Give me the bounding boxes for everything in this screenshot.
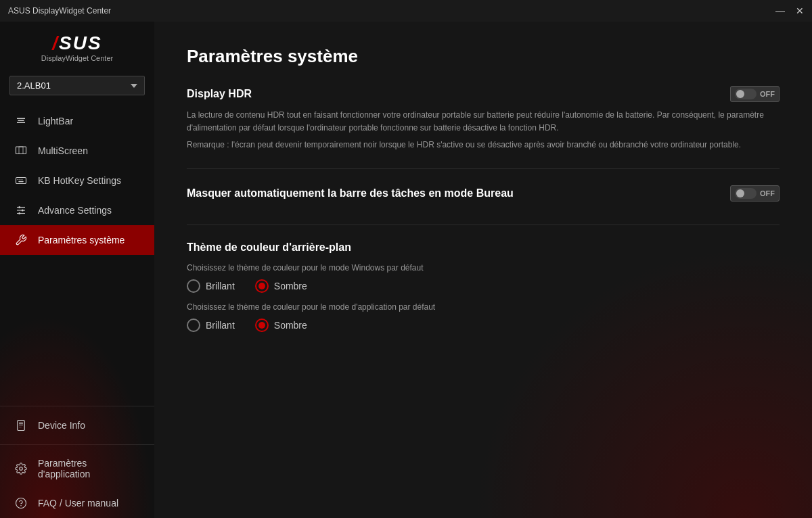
- display-hdr-title: Display HDR: [187, 88, 252, 100]
- titlebar: ASUS DisplayWidget Center — ✕: [0, 0, 812, 22]
- wrench-icon: [14, 234, 28, 246]
- background-theme-section: Thème de couleur d'arrière-plan Choisiss…: [187, 241, 780, 348]
- app-container: /SUS DisplayWidget Center 2.ALB01 LightB…: [0, 22, 812, 518]
- app-title: ASUS DisplayWidget Center: [8, 6, 111, 16]
- toggle-label: OFF: [760, 90, 775, 98]
- app-settings-label: Paramètres d'application: [38, 458, 141, 479]
- multiscreen-icon: [14, 145, 28, 157]
- sidebar-item-device-info[interactable]: Device Info: [0, 410, 154, 440]
- lightbar-icon: [14, 115, 28, 127]
- device-icon: [14, 419, 28, 431]
- sidebar-item-lightbar[interactable]: LightBar: [0, 106, 154, 136]
- app-brillant-label: Brillant: [206, 320, 235, 331]
- svg-point-10: [18, 206, 20, 208]
- minimize-button[interactable]: —: [775, 5, 785, 16]
- svg-point-17: [20, 467, 23, 471]
- app-brillant-radio[interactable]: [187, 319, 200, 332]
- advance-settings-label: Advance Settings: [38, 205, 112, 216]
- windows-sombre-inner: [258, 283, 265, 289]
- windows-sombre-label: Sombre: [274, 281, 307, 291]
- sidebar-logo: /SUS DisplayWidget Center: [0, 22, 154, 69]
- brand-subtitle: DisplayWidget Center: [41, 54, 113, 62]
- windows-brillant-radio[interactable]: [187, 279, 200, 293]
- svg-rect-1: [19, 147, 23, 154]
- svg-rect-2: [16, 178, 26, 184]
- sidebar-item-app-settings[interactable]: Paramètres d'application: [0, 449, 154, 488]
- display-hdr-desc2: Remarque : l'écran peut devenir temporai…: [187, 139, 769, 151]
- windows-brillant-option[interactable]: Brillant: [187, 279, 235, 293]
- svg-point-11: [22, 210, 24, 212]
- window-controls: — ✕: [775, 5, 804, 16]
- taskbar-title: Masquer automatiquement la barre des tâc…: [187, 187, 514, 199]
- toggle-track-2: [735, 188, 757, 199]
- close-button[interactable]: ✕: [796, 5, 804, 16]
- svg-rect-16: [19, 427, 22, 427]
- faq-label: FAQ / User manual: [38, 498, 118, 509]
- app-brillant-option[interactable]: Brillant: [187, 319, 235, 332]
- toggle-thumb-2: [736, 189, 744, 197]
- page-title: Paramètres système: [187, 46, 780, 67]
- device-info-label: Device Info: [38, 420, 85, 431]
- sidebar-item-kb-hotkey[interactable]: KB HotKey Settings: [0, 166, 154, 195]
- windows-theme-block: Choisissez le thème de couleur pour le m…: [187, 263, 780, 293]
- device-selector[interactable]: 2.ALB01: [9, 76, 145, 95]
- display-hdr-section: Display HDR OFF La lecture de contenu HD…: [187, 86, 780, 169]
- toggle-thumb: [736, 90, 744, 98]
- app-theme-label: Choisissez le thème de couleur pour le m…: [187, 302, 780, 312]
- app-sombre-radio[interactable]: [255, 319, 269, 332]
- kb-hotkey-label: KB HotKey Settings: [38, 175, 121, 186]
- svg-point-12: [18, 212, 20, 214]
- svg-rect-15: [19, 425, 23, 426]
- background-theme-title: Thème de couleur d'arrière-plan: [187, 241, 351, 253]
- sidebar: /SUS DisplayWidget Center 2.ALB01 LightB…: [0, 22, 154, 518]
- taskbar-section: Masquer automatiquement la barre des tâc…: [187, 185, 780, 225]
- display-hdr-header: Display HDR OFF: [187, 86, 780, 102]
- app-sombre-inner: [258, 322, 265, 329]
- toggle-label-2: OFF: [760, 189, 775, 197]
- sidebar-item-advance-settings[interactable]: Advance Settings: [0, 195, 154, 225]
- sidebar-item-parametres-systeme[interactable]: Paramètres système: [0, 225, 154, 255]
- main-content: Paramètres système Display HDR OFF La le…: [154, 22, 812, 518]
- sidebar-nav: LightBar MultiScreen KB HotKey Settings: [0, 106, 154, 518]
- gear-icon: [14, 463, 28, 475]
- brand-logo: /SUS: [52, 34, 102, 53]
- toggle-track: [735, 89, 757, 99]
- question-icon: [14, 497, 28, 509]
- taskbar-header: Masquer automatiquement la barre des tâc…: [187, 185, 780, 202]
- svg-rect-14: [19, 423, 23, 425]
- app-theme-block: Choisissez le thème de couleur pour le m…: [187, 302, 780, 332]
- windows-sombre-option[interactable]: Sombre: [255, 279, 307, 293]
- multiscreen-label: MultiScreen: [38, 145, 88, 156]
- app-theme-radio-group: Brillant Sombre: [187, 319, 780, 332]
- keyboard-icon: [14, 174, 28, 187]
- sliders-icon: [14, 204, 28, 216]
- display-hdr-toggle[interactable]: OFF: [730, 86, 780, 102]
- svg-point-18: [16, 498, 26, 509]
- windows-sombre-radio[interactable]: [255, 279, 269, 293]
- windows-brillant-label: Brillant: [206, 281, 235, 291]
- sidebar-item-faq[interactable]: FAQ / User manual: [0, 488, 154, 518]
- parametres-systeme-label: Paramètres système: [38, 235, 125, 245]
- svg-rect-0: [16, 147, 26, 154]
- windows-theme-radio-group: Brillant Sombre: [187, 279, 780, 293]
- app-sombre-label: Sombre: [274, 320, 307, 331]
- lightbar-label: LightBar: [38, 116, 73, 126]
- taskbar-toggle[interactable]: OFF: [730, 185, 780, 202]
- app-sombre-option[interactable]: Sombre: [255, 319, 307, 332]
- windows-theme-label: Choisissez le thème de couleur pour le m…: [187, 263, 780, 273]
- sidebar-item-multiscreen[interactable]: MultiScreen: [0, 136, 154, 166]
- display-hdr-desc1: La lecture de contenu HDR tout en faisan…: [187, 109, 769, 135]
